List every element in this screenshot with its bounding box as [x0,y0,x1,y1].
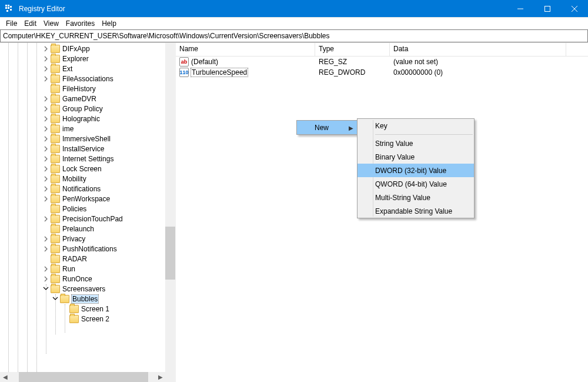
expand-icon[interactable] [42,115,49,122]
ctx-item-string-value[interactable]: String Value [358,137,474,150]
tree-item-lock-screen[interactable]: Lock Screen [0,164,165,174]
tree-item-screensavers[interactable]: Screensavers [0,284,165,294]
tree-item-explorer[interactable]: Explorer [0,54,165,64]
tree-item-label: Lock Screen [62,165,102,173]
tree-item-label: Run [62,265,75,273]
expand-icon[interactable] [42,215,49,222]
tree-item-ime[interactable]: ime [0,124,165,134]
tree-item-notifications[interactable]: Notifications [0,184,165,194]
scroll-left-arrow[interactable]: ◀ [0,372,10,382]
close-button[interactable] [561,0,588,17]
context-menu-primary[interactable]: New▶ [296,120,358,135]
expand-icon[interactable] [42,165,49,172]
expand-icon[interactable] [42,65,49,72]
folder-icon [51,175,60,183]
list-pane[interactable]: NameTypeData ab(Default)REG_SZ(value not… [176,43,588,382]
expand-icon[interactable] [42,75,49,82]
expand-icon[interactable] [42,155,49,162]
tree-item-fileassociations[interactable]: FileAssociations [0,74,165,84]
collapse-icon[interactable] [42,285,49,292]
folder-icon [51,155,60,163]
folder-icon [51,125,60,133]
tree-item-privacy[interactable]: Privacy [0,234,165,244]
expand-icon[interactable] [42,105,49,112]
tree-scrollbar-horizontal[interactable]: ◀ ▶ [0,372,165,382]
context-menu-new[interactable]: KeyString ValueBinary ValueDWORD (32-bit… [357,118,475,218]
tree-item-label: Privacy [62,235,85,243]
ctx-item-dword-32-bit-value[interactable]: DWORD (32-bit) Value [358,164,474,177]
expand-icon[interactable] [42,135,49,142]
tree-item-gamedvr[interactable]: GameDVR [0,94,165,104]
address-bar[interactable]: Computer\HKEY_CURRENT_USER\Software\Micr… [0,29,588,42]
svg-rect-4 [10,6,12,8]
collapse-icon[interactable] [52,295,59,302]
expand-icon[interactable] [42,245,49,253]
folder-icon [69,315,79,323]
expand-icon[interactable] [42,145,49,152]
tree-item-filehistory[interactable]: FileHistory [0,84,165,94]
ctx-item-key[interactable]: Key [358,119,474,132]
list-row[interactable]: 110TurbulenceSpeedREG_DWORD0x00000000 (0… [176,67,588,78]
expand-icon[interactable] [42,185,49,192]
expand-icon[interactable] [42,45,49,52]
menu-favorites[interactable]: Favorites [62,18,98,29]
tree-item-label: Explorer [62,55,89,63]
tree-item-bubbles[interactable]: Bubbles [0,294,165,304]
tree-item-label: Holographic [62,115,100,123]
column-data[interactable]: Data [390,43,566,56]
string-value-icon: ab [179,57,189,67]
tree-item-runonce[interactable]: RunOnce [0,274,165,284]
tree-item-policies[interactable]: Policies [0,204,165,214]
tree-item-prelaunch[interactable]: Prelaunch [0,224,165,234]
expand-icon[interactable] [42,175,49,182]
tree-item-radar[interactable]: RADAR [0,254,165,264]
menu-help[interactable]: Help [98,18,120,29]
tree-item-mobility[interactable]: Mobility [0,174,165,184]
tree-item-installservice[interactable]: InstallService [0,144,165,154]
expand-icon[interactable] [42,235,49,243]
tree-item-label: FileHistory [62,85,96,93]
expand-icon[interactable] [42,275,49,283]
tree[interactable]: DIFxAppExplorerExtFileAssociationsFileHi… [0,43,165,372]
column-type[interactable]: Type [315,43,390,56]
tree-item-difxapp[interactable]: DIFxApp [0,44,165,54]
tree-scrollbar-hthumb[interactable] [19,372,148,382]
tree-item-holographic[interactable]: Holographic [0,114,165,124]
tree-item-pushnotifications[interactable]: PushNotifications [0,244,165,254]
folder-icon [51,245,60,253]
tree-item-precisiontouchpad[interactable]: PrecisionTouchPad [0,214,165,224]
folder-icon [51,255,60,263]
column-name[interactable]: Name [176,43,315,56]
ctx-item-binary-value[interactable]: Binary Value [358,150,474,164]
menu-edit[interactable]: Edit [21,18,40,29]
value-data: (value not set) [390,58,566,66]
tree-scrollbar-vertical[interactable] [165,43,175,372]
expand-icon[interactable] [42,125,49,132]
expand-icon[interactable] [42,95,49,102]
folder-icon [51,195,60,203]
tree-item-screen-1[interactable]: Screen 1 [0,304,165,314]
ctx-item-qword-64-bit-value[interactable]: QWORD (64-bit) Value [358,177,474,191]
tree-item-screen-2[interactable]: Screen 2 [0,314,165,324]
ctx-item-new[interactable]: New▶ [297,121,357,134]
tree-item-internet-settings[interactable]: Internet Settings [0,154,165,164]
ctx-item-expandable-string-value[interactable]: Expandable String Value [358,204,474,218]
scroll-right-arrow[interactable]: ▶ [155,372,165,382]
menu-file[interactable]: File [2,18,21,29]
tree-item-immersiveshell[interactable]: ImmersiveShell [0,134,165,144]
expand-icon[interactable] [42,55,49,62]
folder-icon [69,305,79,313]
tree-item-ext[interactable]: Ext [0,64,165,74]
tree-scrollbar-thumb[interactable] [165,227,175,280]
expand-icon[interactable] [42,265,49,273]
expand-icon[interactable] [42,195,49,202]
menu-view[interactable]: View [40,18,62,29]
value-type: REG_SZ [315,58,390,66]
minimize-button[interactable] [507,0,534,17]
tree-item-penworkspace[interactable]: PenWorkspace [0,194,165,204]
tree-item-run[interactable]: Run [0,264,165,274]
tree-item-group-policy[interactable]: Group Policy [0,104,165,114]
ctx-item-multi-string-value[interactable]: Multi-String Value [358,191,474,204]
list-row[interactable]: ab(Default)REG_SZ(value not set) [176,57,588,67]
maximize-button[interactable] [534,0,561,17]
